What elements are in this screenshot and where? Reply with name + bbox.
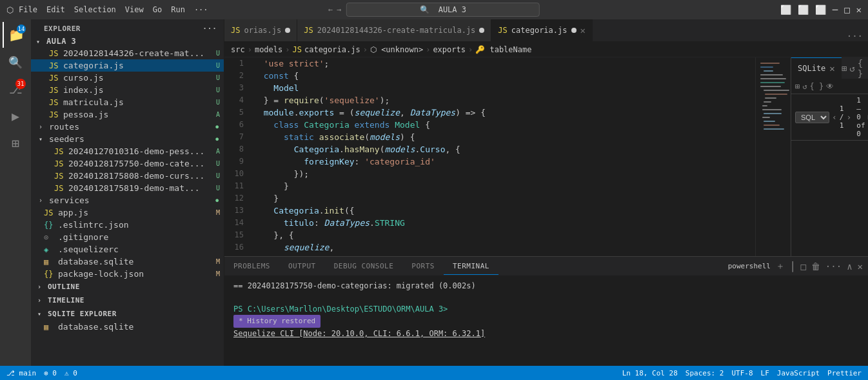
file-create-matricula[interactable]: JS 20240128144326-create-mat... U — [31, 47, 224, 59]
code-editor[interactable]: 1 'use strict'; 2 const { 3 Model 4 } = — [224, 57, 755, 256]
status-formatter[interactable]: Prettier — [827, 369, 862, 377]
status-branch[interactable]: ⎇ main — [6, 369, 36, 377]
dot-indicator: ● — [215, 136, 219, 142]
nav-fwd[interactable]: → — [337, 5, 341, 14]
file-categoria[interactable]: JS categoria.js U — [31, 59, 224, 72]
tab-debug-console[interactable]: DEBUG CONSOLE — [325, 258, 403, 274]
maximize-icon[interactable]: □ — [844, 5, 849, 15]
activity-debug[interactable]: ▶ — [3, 103, 28, 129]
menu-more[interactable]: ··· — [194, 5, 208, 14]
terminal-layout-icon[interactable]: □ — [800, 261, 805, 272]
sqlite-tab[interactable]: SQLite ✕ — [791, 57, 842, 79]
sqlite-toolbar-btn2[interactable]: ↺ — [802, 82, 807, 91]
sqlite-close-icon[interactable]: ✕ — [829, 63, 834, 74]
terminal-more-icon[interactable]: ··· — [825, 261, 842, 272]
tab-orias[interactable]: JS orias.js — [224, 19, 297, 41]
file-matricula[interactable]: JS matricula.js U — [31, 96, 224, 108]
menu-selection[interactable]: Selection — [74, 5, 116, 14]
tab-terminal[interactable]: TERMINAL — [444, 258, 498, 275]
status-language[interactable]: JavaScript — [777, 369, 820, 377]
file-curso[interactable]: JS curso.js U — [31, 72, 224, 84]
minimize-icon[interactable]: ─ — [833, 5, 838, 15]
file-demo-mat[interactable]: JS 20240128175819-demo-mat... U — [31, 182, 224, 194]
terminal-add-icon[interactable]: ＋ — [776, 261, 785, 272]
svg-rect-14 — [762, 117, 770, 118]
sqlite-explorer-section[interactable]: ▾ SQLITE EXPLORER — [31, 307, 224, 321]
breadcrumb-exports[interactable]: exports — [433, 45, 466, 54]
more-tabs-icon[interactable]: ··· — [847, 31, 863, 41]
root-folder[interactable]: ▾ AULA 3 — [31, 35, 224, 47]
sqlite-toolbar-btn3[interactable]: { } — [809, 82, 824, 91]
sql-nav-next[interactable]: › — [846, 112, 851, 122]
sqlite-toolbar-btn4[interactable]: 👁 — [826, 82, 834, 91]
folder-services[interactable]: › services ● — [31, 194, 224, 206]
svg-rect-12 — [762, 109, 782, 110]
menu-edit[interactable]: Edit — [46, 5, 65, 14]
activity-search[interactable]: 🔍 — [3, 49, 28, 75]
file-demo-pess[interactable]: JS 20240127010316-demo-pess... A — [31, 145, 224, 157]
sqlite-toolbar-icon3[interactable]: { } — [858, 58, 864, 79]
folder-routes[interactable]: › routes ● — [31, 121, 224, 133]
layout2-icon[interactable]: ⬜ — [798, 5, 809, 15]
outline-section[interactable]: › OUTLINE — [31, 280, 224, 294]
status-warnings[interactable]: ⚠ 0 — [64, 369, 77, 377]
sqlite-db-item[interactable]: ▦ database.sqlite — [31, 321, 224, 333]
nav-back[interactable]: ← — [328, 5, 333, 14]
tab-output[interactable]: OUTPUT — [279, 258, 325, 274]
file-eslintrc[interactable]: {} .eslintrc.json — [31, 219, 224, 231]
sql-type-dropdown[interactable]: SQL — [795, 112, 829, 123]
file-app[interactable]: JS app.js M — [31, 206, 224, 219]
file-index[interactable]: JS index.js U — [31, 84, 224, 96]
status-encoding[interactable]: UTF-8 — [731, 369, 753, 377]
tab-ports[interactable]: PORTS — [402, 258, 444, 274]
tab-close-icon[interactable]: ✕ — [580, 25, 586, 35]
sqlite-toolbar-icon2[interactable]: ↺ — [849, 63, 854, 74]
file-package-lock[interactable]: {} package-lock.json M — [31, 268, 224, 280]
sqlite-toolbar-btn1[interactable]: ⊞ — [795, 82, 800, 91]
sql-nav-prev[interactable]: ‹ — [832, 112, 837, 122]
status-ln-col[interactable]: Ln 18, Col 28 — [622, 369, 678, 377]
breadcrumb-tablename[interactable]: 🔑 tableName — [475, 45, 531, 54]
title-search[interactable]: 🔍 AULA 3 — [346, 3, 540, 17]
activity-source-control[interactable]: ⎇ 31 — [3, 76, 28, 102]
activity-explorer[interactable]: 📁 14 — [3, 22, 28, 48]
tab-problems[interactable]: PROBLEMS — [224, 258, 279, 274]
activity-extensions[interactable]: ⊞ — [3, 130, 28, 156]
file-database-sqlite[interactable]: ▦ database.sqlite M — [31, 255, 224, 268]
menu-file[interactable]: File — [19, 5, 37, 14]
terminal-content[interactable]: == 20240128175750-demo-categorias: migra… — [224, 276, 868, 366]
terminal-split-icon[interactable]: ⎪ — [790, 261, 795, 272]
layout-icon[interactable]: ⬜ — [780, 5, 791, 15]
status-left: ⎇ main ⊗ 0 ⚠ 0 — [6, 369, 77, 377]
source-control-badge: 31 — [15, 79, 26, 89]
file-pessoa[interactable]: JS pessoa.js A — [31, 108, 224, 121]
terminal-chevron-up-icon[interactable]: ∧ — [847, 261, 852, 272]
terminal-close-icon[interactable]: ✕ — [858, 261, 863, 272]
status-spaces[interactable]: Spaces: 2 — [686, 369, 724, 377]
file-sequelizerc[interactable]: ◈ .sequelizerc — [31, 243, 224, 255]
folder-seeders[interactable]: ▾ seeders ● — [31, 133, 224, 145]
sqlite-toolbar-icon1[interactable]: ⊞ — [842, 63, 847, 74]
status-errors[interactable]: ⊗ 0 — [44, 369, 57, 377]
menu-go[interactable]: Go — [153, 5, 162, 14]
sidebar-more-icon[interactable]: ··· — [202, 25, 217, 33]
code-line: 8 Categoria.hasMany(models.Curso, { — [224, 143, 755, 155]
js-icon: JS — [49, 110, 61, 119]
timeline-section[interactable]: › TIMELINE — [31, 294, 224, 307]
menu-run[interactable]: Run — [171, 5, 185, 14]
close-icon[interactable]: ✕ — [856, 5, 862, 15]
status-eol[interactable]: LF — [761, 369, 769, 377]
tab-create-matricula[interactable]: JS 20240128144326-create-matricula.js — [297, 19, 491, 41]
breadcrumb-models[interactable]: models — [255, 45, 282, 54]
file-gitignore[interactable]: ⊙ .gitignore — [31, 231, 224, 243]
terminal-trash-icon[interactable]: 🗑 — [811, 261, 820, 272]
layout3-icon[interactable]: ⬜ — [815, 5, 826, 15]
tab-categoria[interactable]: JS categoria.js ✕ — [491, 19, 593, 41]
file-demo-cate[interactable]: JS 20240128175750-demo-cate... U — [31, 157, 224, 170]
breadcrumb-src[interactable]: src — [231, 45, 245, 54]
file-demo-curs[interactable]: JS 20240128175808-demo-curs... U — [31, 170, 224, 182]
breadcrumb-unknown[interactable]: ⬡ <unknown> — [370, 45, 423, 54]
menu-view[interactable]: View — [125, 5, 144, 14]
status-right: Ln 18, Col 28 Spaces: 2 UTF-8 LF JavaScr… — [622, 369, 862, 377]
breadcrumb-file[interactable]: categoria.js — [304, 45, 360, 54]
